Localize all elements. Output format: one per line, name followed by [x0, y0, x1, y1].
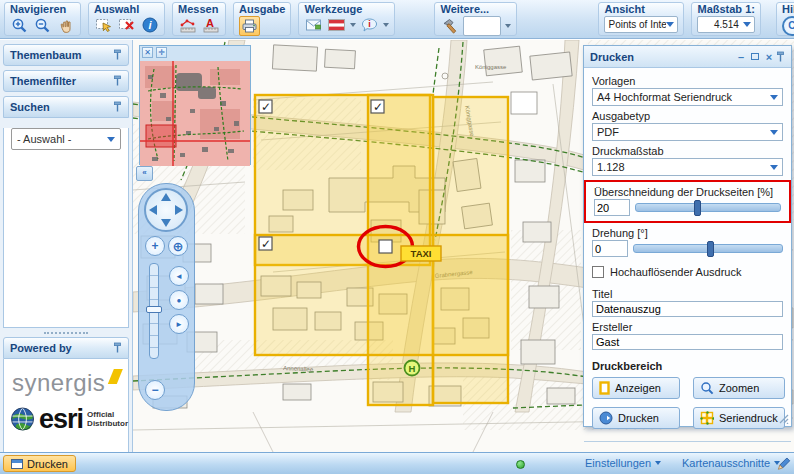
kartenausschnitte-link[interactable]: Kartenausschnitte: [682, 457, 780, 469]
select-rectangle-button[interactable]: [94, 16, 113, 34]
resize-handle[interactable]: [779, 414, 789, 424]
esri-globe-icon: [10, 403, 35, 435]
ausgabetyp-label: Ausgabetyp: [592, 110, 783, 122]
overview-image[interactable]: [140, 61, 250, 166]
einstellungen-link[interactable]: Einstellungen: [585, 457, 661, 469]
history-back-button[interactable]: ◄: [169, 266, 189, 286]
drehung-slider-thumb[interactable]: [707, 241, 714, 257]
bubble-dropdown-caret[interactable]: [383, 23, 389, 27]
anzeigen-button[interactable]: Anzeigen: [592, 377, 680, 399]
drehung-slider[interactable]: [633, 244, 783, 253]
minimize-icon[interactable]: –: [734, 51, 748, 63]
left-sidebar: Themenbaum Themenfilter Suchen - Auswahl…: [0, 40, 133, 452]
zoom-slider-handle[interactable]: [146, 306, 162, 313]
sidebar-splitter[interactable]: [0, 328, 132, 337]
pin-icon[interactable]: [113, 75, 122, 87]
zoom-in-button[interactable]: [10, 16, 29, 34]
print-dialog-titlebar[interactable]: Drucken – ×: [584, 46, 791, 68]
restore-icon[interactable]: [751, 53, 759, 60]
toolbar-group-massstab: Maßstab 1: 4.514: [691, 2, 760, 36]
zoom-in-step-button[interactable]: +: [145, 236, 165, 256]
druckmassstab-label: Druckmaßstab: [592, 145, 783, 157]
pin-icon[interactable]: [113, 101, 122, 113]
measure-distance-button[interactable]: [178, 16, 197, 34]
custom-tool-caret[interactable]: [505, 24, 511, 28]
chevron-down-icon: [655, 461, 661, 465]
drehung-input[interactable]: [592, 240, 628, 257]
redlining-pencil-icon[interactable]: [775, 456, 791, 472]
hochaufloesend-label: Hochauflösender Ausdruck: [610, 266, 741, 278]
language-flag-button[interactable]: [327, 16, 346, 34]
full-extent-button[interactable]: ⊕: [168, 236, 188, 256]
history-forward-button[interactable]: ►: [169, 314, 189, 334]
seriendruck-button[interactable]: Seriendruck: [693, 407, 785, 429]
window-icon: [11, 459, 23, 469]
print-page-checkbox-3[interactable]: ✓: [259, 237, 272, 251]
group-label: Werkzeuge: [304, 3, 389, 16]
zoom-slider[interactable]: [149, 263, 159, 359]
ueberschneidung-slider[interactable]: [635, 203, 781, 212]
view-combobox[interactable]: Points of Intere...: [604, 16, 678, 33]
flag-dropdown-caret[interactable]: [350, 23, 356, 27]
pan-north-icon[interactable]: [161, 193, 171, 201]
ersteller-input[interactable]: [592, 334, 783, 350]
tools-button[interactable]: [440, 17, 459, 35]
powered-by-content: synergis esri Official Distributor: [3, 359, 129, 455]
scale-combobox[interactable]: 4.514: [697, 16, 754, 33]
context-help-button[interactable]: C: [782, 16, 794, 36]
close-icon[interactable]: ✕: [142, 47, 153, 58]
print-page-checkbox-2[interactable]: ✓: [371, 100, 384, 114]
pin-icon[interactable]: [113, 342, 122, 354]
pan-button[interactable]: [56, 16, 75, 34]
pin-icon[interactable]: [776, 51, 785, 63]
sidebar-item-themenbaum[interactable]: Themenbaum: [3, 44, 129, 66]
sidebar-item-themenfilter[interactable]: Themenfilter: [3, 70, 129, 92]
measure-area-button[interactable]: A: [201, 16, 220, 34]
close-icon[interactable]: ×: [762, 51, 776, 63]
hochaufloesend-checkbox[interactable]: [592, 266, 604, 278]
taskbar-window-drucken[interactable]: Drucken: [3, 455, 76, 472]
info-bubble-button[interactable]: i: [360, 16, 379, 34]
synergis-logo: synergis: [4, 359, 128, 399]
custom-tool-input[interactable]: [463, 16, 501, 36]
toolbar-group-messen: Messen A: [172, 2, 226, 36]
zoom-out-step-button[interactable]: −: [145, 380, 165, 400]
history-home-button[interactable]: ●: [169, 290, 189, 310]
print-page-checkbox-4[interactable]: [379, 240, 392, 253]
pan-hand-icon: [58, 17, 74, 33]
move-icon[interactable]: ✛: [156, 47, 167, 58]
druckbereich-label: Druckbereich: [592, 360, 783, 372]
druckmassstab-combobox[interactable]: 1.128: [592, 158, 783, 176]
zoomen-button[interactable]: Zoomen: [693, 377, 785, 399]
print-button[interactable]: [239, 16, 260, 36]
send-mail-button[interactable]: [304, 16, 323, 34]
pan-west-icon[interactable]: [149, 205, 157, 215]
identify-button[interactable]: i: [140, 16, 159, 34]
drucken-button[interactable]: Drucken: [592, 407, 680, 429]
print-page-checkbox-1[interactable]: ✓: [259, 100, 272, 114]
pin-icon[interactable]: [113, 49, 122, 61]
hammer-icon: [442, 18, 458, 34]
druckmassstab-value: 1.128: [597, 161, 625, 173]
pan-east-icon[interactable]: [175, 205, 183, 215]
zoom-out-icon: [34, 17, 51, 34]
ueberschneidung-input[interactable]: [594, 199, 630, 216]
vorlagen-label: Vorlagen: [592, 75, 783, 87]
search-select[interactable]: - Auswahl -: [11, 128, 121, 150]
zoom-out-button[interactable]: [33, 16, 52, 34]
sidebar-item-suchen[interactable]: Suchen: [3, 96, 129, 118]
ausgabetyp-combobox[interactable]: PDF: [592, 123, 783, 141]
overview-collapse-button[interactable]: «: [136, 166, 153, 181]
overview-extent-box[interactable]: [146, 125, 176, 147]
ueberschneidung-slider-thumb[interactable]: [694, 200, 701, 216]
clear-selection-button[interactable]: [117, 16, 136, 34]
chevron-down-icon: [743, 22, 751, 27]
pan-compass[interactable]: [144, 188, 188, 232]
pan-south-icon[interactable]: [161, 219, 171, 227]
map-viewport[interactable]: Königgasse Königgasse Grabnergasse Annen…: [133, 40, 794, 452]
overview-map[interactable]: ✕ ✛: [139, 45, 251, 165]
group-label: Ansicht: [604, 3, 678, 16]
chevron-down-icon: [770, 130, 778, 135]
titel-input[interactable]: [592, 301, 783, 317]
vorlagen-combobox[interactable]: A4 Hochformat Seriendruck: [592, 88, 783, 106]
